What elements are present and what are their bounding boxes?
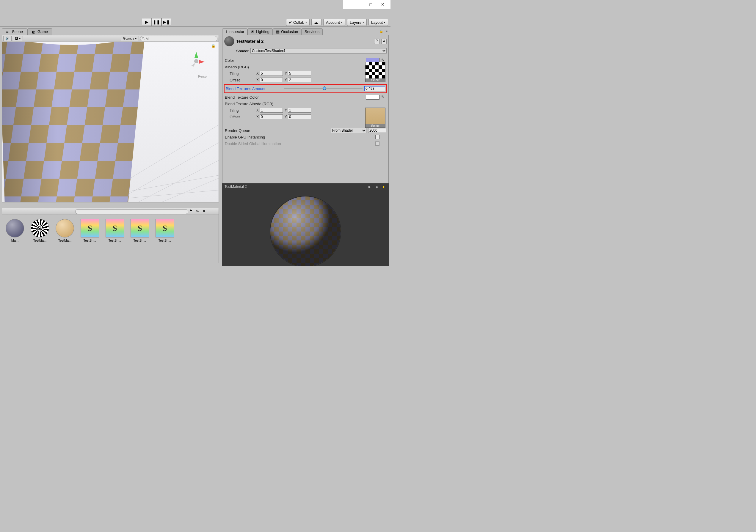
gpu-instancing-checkbox[interactable] bbox=[375, 135, 380, 139]
asset-item[interactable]: S TestSh... bbox=[154, 219, 175, 242]
render-queue-input[interactable] bbox=[368, 128, 386, 133]
asset-item[interactable]: S TestSh... bbox=[104, 219, 125, 242]
offset-label: Offset bbox=[225, 115, 255, 119]
blend-amount-input[interactable] bbox=[364, 86, 385, 91]
gear-icon[interactable]: ⚙ bbox=[381, 38, 387, 44]
blend-tiling-x-input[interactable] bbox=[260, 108, 283, 113]
scene-viewport[interactable]: Persp 🔒 bbox=[2, 42, 219, 202]
render-queue-dropdown[interactable]: From Shader bbox=[331, 128, 366, 133]
blend-amount-slider[interactable] bbox=[284, 88, 363, 89]
svg-marker-10 bbox=[195, 52, 198, 58]
scene-icon: ⌗ bbox=[6, 30, 11, 34]
tab-occlusion[interactable]: ▦ Occlusion bbox=[273, 28, 301, 35]
asset-item[interactable]: TestMa... bbox=[29, 219, 50, 242]
layers-dropdown[interactable]: Layers ▾ bbox=[347, 19, 367, 26]
asset-item[interactable]: S TestSh... bbox=[129, 219, 150, 242]
double-sided-gi-label: Double Sided Global Illumination bbox=[225, 141, 344, 146]
blend-texture-color-swatch[interactable] bbox=[366, 95, 380, 100]
scene-search-input[interactable] bbox=[140, 36, 217, 41]
filter-icon[interactable]: ⚑ bbox=[189, 209, 195, 214]
svg-marker-12 bbox=[191, 63, 195, 66]
blend-tiling-y-input[interactable] bbox=[288, 108, 311, 113]
occlusion-icon: ▦ bbox=[276, 29, 280, 34]
offset-y-input[interactable] bbox=[288, 78, 311, 82]
shader-icon: S bbox=[131, 219, 149, 238]
tab-inspector[interactable]: ℹ Inspector bbox=[222, 28, 247, 35]
asset-item[interactable]: TestMa... bbox=[54, 219, 75, 242]
preview-play-icon[interactable]: ▶ bbox=[367, 184, 372, 189]
blend-offset-x-input[interactable] bbox=[260, 114, 283, 119]
panel-lock-icon[interactable]: 🔒 bbox=[378, 28, 385, 35]
blend-texture-color-label: Blend Texture Color bbox=[225, 95, 284, 100]
playback-controls: ▶ ❚❚ ▶❚ bbox=[142, 18, 171, 26]
step-button[interactable]: ▶❚ bbox=[161, 18, 171, 26]
texture-select-button[interactable]: Select bbox=[365, 78, 385, 82]
tiling-y-input[interactable] bbox=[288, 71, 311, 76]
preview-light-icon[interactable]: ◉ bbox=[374, 184, 379, 189]
play-button[interactable]: ▶ bbox=[142, 18, 152, 26]
window-controls: — □ ✕ bbox=[343, 0, 391, 9]
audio-toggle-button[interactable]: 🔊 bbox=[3, 36, 12, 41]
help-button[interactable]: ? bbox=[374, 38, 380, 44]
blend-offset-y-input[interactable] bbox=[288, 114, 311, 119]
window-minimize-button[interactable]: — bbox=[357, 2, 361, 7]
orientation-gizmo[interactable] bbox=[184, 49, 208, 73]
svg-marker-11 bbox=[199, 60, 204, 63]
favorite-icon[interactable]: ★ bbox=[202, 209, 208, 214]
pause-button[interactable]: ❚❚ bbox=[152, 18, 161, 26]
asset-grid: Ma... TestMa... TestMa... S TestSh... S … bbox=[2, 215, 219, 246]
tab-game[interactable]: ◐Game bbox=[27, 28, 52, 35]
albedo-texture-slot[interactable]: Select bbox=[365, 62, 386, 82]
blend-amount-highlight: Blend Textures Amount bbox=[224, 84, 387, 93]
albedo-label: Albedo (RGB) bbox=[225, 65, 275, 69]
game-icon: ◐ bbox=[32, 30, 36, 34]
texture-select-button[interactable]: Select bbox=[365, 124, 385, 128]
asset-label: TestMa... bbox=[54, 239, 75, 242]
info-icon: ℹ bbox=[226, 29, 227, 34]
blend-texture-slot[interactable]: Select bbox=[365, 108, 386, 128]
shader-dropdown[interactable]: Custom/TestShader4 bbox=[251, 48, 387, 54]
svg-point-19 bbox=[270, 196, 340, 266]
shader-icon: S bbox=[155, 219, 174, 238]
scene-view: 🔊 🖼 ▾ Gizmos ▾ bbox=[2, 35, 219, 202]
tiling-label: Tiling bbox=[225, 71, 255, 76]
panel-menu-icon[interactable]: ≡ bbox=[385, 28, 389, 35]
cloud-button[interactable]: ☁ bbox=[311, 19, 321, 26]
gpu-instancing-label: Enable GPU Instancing bbox=[225, 135, 344, 139]
tab-scene[interactable]: ⌗Scene bbox=[2, 28, 27, 35]
render-queue-label: Render Queue bbox=[225, 128, 302, 133]
material-preview[interactable] bbox=[222, 190, 389, 266]
gizmos-dropdown[interactable]: Gizmos ▾ bbox=[121, 36, 139, 41]
preview-sphere bbox=[270, 196, 341, 266]
asset-label: TestSh... bbox=[129, 239, 150, 242]
shader-icon: S bbox=[81, 219, 99, 238]
project-search-input[interactable] bbox=[75, 209, 188, 214]
collab-dropdown[interactable]: ✔ Collab ▾ bbox=[286, 19, 310, 26]
window-maximize-button[interactable]: □ bbox=[370, 2, 372, 7]
material-icon bbox=[31, 219, 49, 238]
offset-x-input[interactable] bbox=[260, 78, 283, 82]
fx-toggle-button[interactable]: 🖼 ▾ bbox=[13, 36, 23, 41]
lock-icon[interactable]: 🔒 bbox=[211, 44, 216, 48]
double-sided-gi-checkbox bbox=[375, 141, 380, 146]
preview-title: TestMaterial 2 bbox=[225, 185, 247, 189]
tiling-label: Tiling bbox=[225, 108, 255, 113]
asset-item[interactable]: Ma... bbox=[5, 219, 25, 242]
asset-label: TestSh... bbox=[104, 239, 125, 242]
tab-services[interactable]: Services bbox=[301, 28, 323, 35]
scene-toolbar: 🔊 🖼 ▾ Gizmos ▾ bbox=[2, 35, 219, 42]
color-label: Color bbox=[225, 58, 275, 63]
account-dropdown[interactable]: Account ▾ bbox=[323, 19, 345, 26]
tag-icon[interactable]: 🏷 bbox=[196, 209, 201, 214]
asset-label: TestSh... bbox=[154, 239, 175, 242]
shader-label: Shader bbox=[236, 49, 249, 53]
layout-dropdown[interactable]: Layout ▾ bbox=[368, 19, 388, 26]
blend-texture-albedo-label: Blend Texture Albedo (RGB) bbox=[225, 102, 302, 106]
material-icon bbox=[56, 219, 74, 238]
tab-lighting[interactable]: ☀ Lighting bbox=[247, 28, 273, 35]
preview-toggle-icon[interactable]: ◐ bbox=[382, 184, 386, 189]
eyedropper-icon[interactable]: ✎ bbox=[381, 95, 386, 100]
tiling-x-input[interactable] bbox=[260, 71, 283, 76]
window-close-button[interactable]: ✕ bbox=[381, 2, 385, 7]
asset-item[interactable]: S TestSh... bbox=[79, 219, 100, 242]
